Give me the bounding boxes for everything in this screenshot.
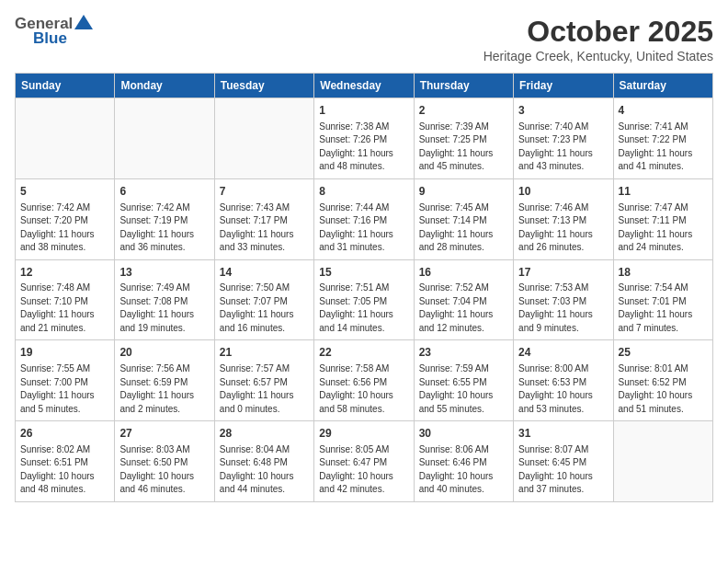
day-number: 16	[419, 265, 508, 281]
calendar-cell	[613, 421, 712, 502]
day-number: 15	[319, 265, 408, 281]
day-info: Sunrise: 7:40 AM Sunset: 7:23 PM Dayligh…	[518, 121, 608, 174]
calendar-cell: 21Sunrise: 7:57 AM Sunset: 6:57 PM Dayli…	[214, 340, 313, 421]
calendar-cell	[16, 98, 115, 179]
day-info: Sunrise: 7:45 AM Sunset: 7:14 PM Dayligh…	[419, 201, 508, 255]
calendar-cell: 31Sunrise: 8:07 AM Sunset: 6:45 PM Dayli…	[514, 421, 613, 502]
day-info: Sunrise: 8:01 AM Sunset: 6:52 PM Dayligh…	[619, 362, 708, 416]
day-info: Sunrise: 7:42 AM Sunset: 7:19 PM Dayligh…	[119, 201, 209, 255]
calendar-cell: 7Sunrise: 7:43 AM Sunset: 7:17 PM Daylig…	[214, 178, 313, 259]
day-info: Sunrise: 7:53 AM Sunset: 7:03 PM Dayligh…	[518, 282, 608, 335]
day-info: Sunrise: 7:48 AM Sunset: 7:10 PM Dayligh…	[20, 282, 109, 335]
calendar-cell	[115, 98, 214, 179]
day-number: 22	[319, 345, 408, 361]
day-number: 25	[619, 345, 708, 361]
location-subtitle: Heritage Creek, Kentucky, United States	[483, 49, 713, 63]
day-info: Sunrise: 7:51 AM Sunset: 7:05 PM Dayligh…	[319, 282, 408, 335]
day-info: Sunrise: 7:58 AM Sunset: 6:56 PM Dayligh…	[319, 362, 408, 416]
day-info: Sunrise: 8:04 AM Sunset: 6:48 PM Dayligh…	[220, 443, 309, 497]
day-number: 28	[220, 426, 309, 442]
day-number: 31	[518, 426, 608, 442]
calendar-cell: 27Sunrise: 8:03 AM Sunset: 6:50 PM Dayli…	[115, 421, 214, 502]
day-number: 8	[319, 184, 408, 200]
weekday-header-tuesday: Tuesday	[214, 74, 313, 98]
weekday-header-sunday: Sunday	[16, 74, 115, 98]
day-info: Sunrise: 7:39 AM Sunset: 7:25 PM Dayligh…	[419, 121, 508, 174]
calendar-table: SundayMondayTuesdayWednesdayThursdayFrid…	[15, 73, 713, 502]
day-number: 14	[220, 265, 309, 281]
weekday-header-friday: Friday	[514, 74, 613, 98]
day-number: 27	[119, 426, 209, 442]
logo: General Blue	[15, 15, 93, 48]
day-info: Sunrise: 7:43 AM Sunset: 7:17 PM Dayligh…	[220, 201, 309, 255]
calendar-cell: 1Sunrise: 7:38 AM Sunset: 7:26 PM Daylig…	[314, 98, 414, 179]
day-number: 13	[119, 265, 209, 281]
calendar-cell: 14Sunrise: 7:50 AM Sunset: 7:07 PM Dayli…	[214, 259, 313, 340]
day-info: Sunrise: 8:03 AM Sunset: 6:50 PM Dayligh…	[119, 443, 209, 497]
calendar-cell: 25Sunrise: 8:01 AM Sunset: 6:52 PM Dayli…	[613, 340, 712, 421]
title-section: October 2025 Heritage Creek, Kentucky, U…	[483, 15, 713, 63]
day-number: 12	[20, 265, 109, 281]
day-info: Sunrise: 7:41 AM Sunset: 7:22 PM Dayligh…	[619, 121, 708, 174]
day-number: 18	[619, 265, 708, 281]
day-number: 10	[518, 184, 608, 200]
calendar-cell: 17Sunrise: 7:53 AM Sunset: 7:03 PM Dayli…	[514, 259, 613, 340]
day-info: Sunrise: 7:47 AM Sunset: 7:11 PM Dayligh…	[619, 201, 708, 255]
calendar-cell: 6Sunrise: 7:42 AM Sunset: 7:19 PM Daylig…	[115, 178, 214, 259]
day-info: Sunrise: 7:57 AM Sunset: 6:57 PM Dayligh…	[220, 362, 309, 416]
calendar-cell: 29Sunrise: 8:05 AM Sunset: 6:47 PM Dayli…	[314, 421, 414, 502]
day-info: Sunrise: 8:05 AM Sunset: 6:47 PM Dayligh…	[319, 443, 408, 497]
calendar-cell: 8Sunrise: 7:44 AM Sunset: 7:16 PM Daylig…	[314, 178, 414, 259]
day-info: Sunrise: 7:42 AM Sunset: 7:20 PM Dayligh…	[20, 201, 109, 255]
day-number: 23	[419, 345, 508, 361]
calendar-cell: 24Sunrise: 8:00 AM Sunset: 6:53 PM Dayli…	[514, 340, 613, 421]
month-title: October 2025	[483, 15, 713, 49]
calendar-cell: 10Sunrise: 7:46 AM Sunset: 7:13 PM Dayli…	[514, 178, 613, 259]
calendar-cell: 13Sunrise: 7:49 AM Sunset: 7:08 PM Dayli…	[115, 259, 214, 340]
weekday-header-row: SundayMondayTuesdayWednesdayThursdayFrid…	[16, 74, 713, 98]
calendar-cell: 26Sunrise: 8:02 AM Sunset: 6:51 PM Dayli…	[16, 421, 115, 502]
day-info: Sunrise: 7:50 AM Sunset: 7:07 PM Dayligh…	[220, 282, 309, 335]
calendar-cell: 3Sunrise: 7:40 AM Sunset: 7:23 PM Daylig…	[514, 98, 613, 179]
calendar-cell	[214, 98, 313, 179]
day-number: 26	[20, 426, 109, 442]
calendar-cell: 15Sunrise: 7:51 AM Sunset: 7:05 PM Dayli…	[314, 259, 414, 340]
day-number: 7	[220, 184, 309, 200]
calendar-week-4: 19Sunrise: 7:55 AM Sunset: 7:00 PM Dayli…	[16, 340, 713, 421]
page-header: General Blue October 2025 Heritage Creek…	[15, 15, 713, 63]
calendar-cell: 20Sunrise: 7:56 AM Sunset: 6:59 PM Dayli…	[115, 340, 214, 421]
day-number: 21	[220, 345, 309, 361]
calendar-cell: 4Sunrise: 7:41 AM Sunset: 7:22 PM Daylig…	[613, 98, 712, 179]
day-number: 24	[518, 345, 608, 361]
logo-icon	[74, 15, 93, 29]
svg-marker-0	[74, 15, 93, 29]
calendar-cell: 18Sunrise: 7:54 AM Sunset: 7:01 PM Dayli…	[613, 259, 712, 340]
day-info: Sunrise: 8:06 AM Sunset: 6:46 PM Dayligh…	[419, 443, 508, 497]
day-number: 6	[119, 184, 209, 200]
day-number: 1	[319, 103, 408, 119]
calendar-cell: 28Sunrise: 8:04 AM Sunset: 6:48 PM Dayli…	[214, 421, 313, 502]
calendar-cell: 9Sunrise: 7:45 AM Sunset: 7:14 PM Daylig…	[414, 178, 513, 259]
day-info: Sunrise: 7:55 AM Sunset: 7:00 PM Dayligh…	[20, 362, 109, 416]
day-info: Sunrise: 7:44 AM Sunset: 7:16 PM Dayligh…	[319, 201, 408, 255]
day-number: 30	[419, 426, 508, 442]
weekday-header-monday: Monday	[115, 74, 214, 98]
day-info: Sunrise: 7:56 AM Sunset: 6:59 PM Dayligh…	[119, 362, 209, 416]
calendar-week-3: 12Sunrise: 7:48 AM Sunset: 7:10 PM Dayli…	[16, 259, 713, 340]
day-number: 4	[619, 103, 708, 119]
weekday-header-saturday: Saturday	[613, 74, 712, 98]
day-info: Sunrise: 7:38 AM Sunset: 7:26 PM Dayligh…	[319, 121, 408, 174]
day-number: 19	[20, 345, 109, 361]
calendar-cell: 23Sunrise: 7:59 AM Sunset: 6:55 PM Dayli…	[414, 340, 513, 421]
day-info: Sunrise: 7:46 AM Sunset: 7:13 PM Dayligh…	[518, 201, 608, 255]
calendar-cell: 19Sunrise: 7:55 AM Sunset: 7:00 PM Dayli…	[16, 340, 115, 421]
calendar-cell: 12Sunrise: 7:48 AM Sunset: 7:10 PM Dayli…	[16, 259, 115, 340]
day-info: Sunrise: 7:59 AM Sunset: 6:55 PM Dayligh…	[419, 362, 508, 416]
day-number: 5	[20, 184, 109, 200]
day-number: 3	[518, 103, 608, 119]
calendar-cell: 16Sunrise: 7:52 AM Sunset: 7:04 PM Dayli…	[414, 259, 513, 340]
calendar-cell: 2Sunrise: 7:39 AM Sunset: 7:25 PM Daylig…	[414, 98, 513, 179]
day-info: Sunrise: 8:07 AM Sunset: 6:45 PM Dayligh…	[518, 443, 608, 497]
calendar-week-5: 26Sunrise: 8:02 AM Sunset: 6:51 PM Dayli…	[16, 421, 713, 502]
day-number: 20	[119, 345, 209, 361]
